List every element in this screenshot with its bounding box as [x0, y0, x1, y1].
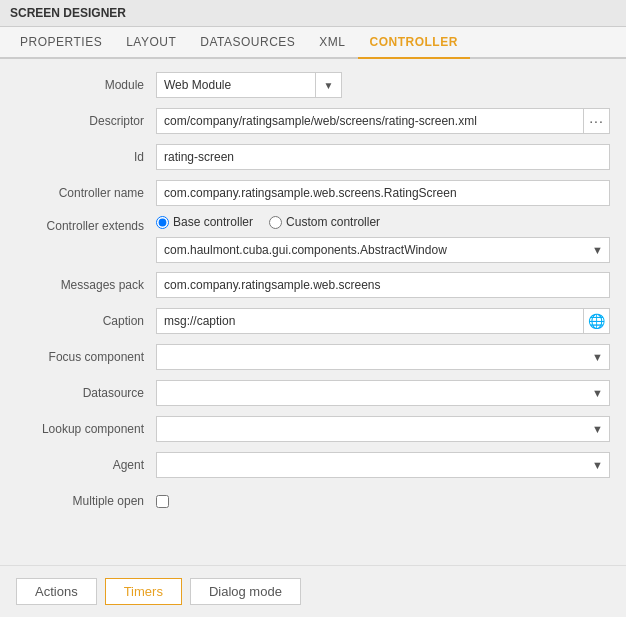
id-input[interactable] [156, 144, 610, 170]
multiple-open-row: Multiple open [16, 487, 610, 515]
dialog-mode-button[interactable]: Dialog mode [190, 578, 301, 605]
radio-base-option[interactable]: Base controller [156, 215, 253, 229]
datasource-label: Datasource [16, 386, 156, 400]
screen-designer-window: SCREEN DESIGNER PROPERTIES LAYOUT DATASO… [0, 0, 626, 617]
messages-pack-control [156, 272, 610, 298]
messages-pack-input[interactable] [156, 272, 610, 298]
tab-bar: PROPERTIES LAYOUT DATASOURCES XML CONTRO… [0, 27, 626, 59]
controller-name-row: Controller name [16, 179, 610, 207]
radio-base-input[interactable] [156, 216, 169, 229]
actions-button[interactable]: Actions [16, 578, 97, 605]
agent-select[interactable] [156, 452, 610, 478]
agent-row: Agent ▼ [16, 451, 610, 479]
descriptor-label: Descriptor [16, 114, 156, 128]
tab-properties[interactable]: PROPERTIES [8, 27, 114, 59]
multiple-open-control [156, 495, 610, 508]
radio-custom-option[interactable]: Custom controller [269, 215, 380, 229]
radio-custom-input[interactable] [269, 216, 282, 229]
controller-extends-select[interactable]: com.haulmont.cuba.gui.components.Abstrac… [156, 237, 610, 263]
tab-datasources[interactable]: DATASOURCES [188, 27, 307, 59]
controller-extends-row: Controller extends Base controller Custo… [16, 215, 610, 263]
multiple-open-checkbox[interactable] [156, 495, 169, 508]
caption-control: 🌐 [156, 308, 610, 334]
tab-layout[interactable]: LAYOUT [114, 27, 188, 59]
controller-name-label: Controller name [16, 186, 156, 200]
id-label: Id [16, 150, 156, 164]
caption-globe-button[interactable]: 🌐 [584, 308, 610, 334]
controller-extends-block: Base controller Custom controller com.ha… [156, 215, 610, 263]
messages-pack-label: Messages pack [16, 278, 156, 292]
form-content: Module Web Module ▼ Descriptor ··· Id [0, 59, 626, 565]
datasource-row: Datasource ▼ [16, 379, 610, 407]
module-control: Web Module ▼ [156, 72, 610, 98]
caption-input[interactable] [156, 308, 584, 334]
descriptor-control: ··· [156, 108, 610, 134]
focus-component-row: Focus component ▼ [16, 343, 610, 371]
caption-label: Caption [16, 314, 156, 328]
lookup-component-control: ▼ [156, 416, 610, 442]
radio-custom-label: Custom controller [286, 215, 380, 229]
lookup-component-row: Lookup component ▼ [16, 415, 610, 443]
multiple-open-label: Multiple open [16, 494, 156, 508]
descriptor-row: Descriptor ··· [16, 107, 610, 135]
caption-row: Caption 🌐 [16, 307, 610, 335]
controller-extends-label: Controller extends [16, 215, 156, 233]
title-bar: SCREEN DESIGNER [0, 0, 626, 27]
module-label: Module [16, 78, 156, 92]
radio-base-label: Base controller [173, 215, 253, 229]
id-control [156, 144, 610, 170]
lookup-component-label: Lookup component [16, 422, 156, 436]
datasource-select[interactable] [156, 380, 610, 406]
controller-name-control [156, 180, 610, 206]
bottom-button-bar: Actions Timers Dialog mode [0, 565, 626, 617]
id-row: Id [16, 143, 610, 171]
agent-control: ▼ [156, 452, 610, 478]
messages-pack-row: Messages pack [16, 271, 610, 299]
module-dropdown-button[interactable]: ▼ [316, 72, 342, 98]
controller-name-input[interactable] [156, 180, 610, 206]
descriptor-dots-button[interactable]: ··· [584, 108, 610, 134]
lookup-component-select[interactable] [156, 416, 610, 442]
module-select[interactable]: Web Module [156, 72, 316, 98]
title-label: SCREEN DESIGNER [10, 6, 126, 20]
module-row: Module Web Module ▼ [16, 71, 610, 99]
tab-xml[interactable]: XML [307, 27, 357, 59]
focus-component-control: ▼ [156, 344, 610, 370]
timers-button[interactable]: Timers [105, 578, 182, 605]
descriptor-input[interactable] [156, 108, 584, 134]
controller-type-radio-group: Base controller Custom controller [156, 215, 610, 229]
tab-controller[interactable]: CONTROLLER [358, 27, 470, 59]
focus-component-select[interactable] [156, 344, 610, 370]
controller-extends-select-wrapper: com.haulmont.cuba.gui.components.Abstrac… [156, 237, 610, 263]
focus-component-label: Focus component [16, 350, 156, 364]
datasource-control: ▼ [156, 380, 610, 406]
agent-label: Agent [16, 458, 156, 472]
